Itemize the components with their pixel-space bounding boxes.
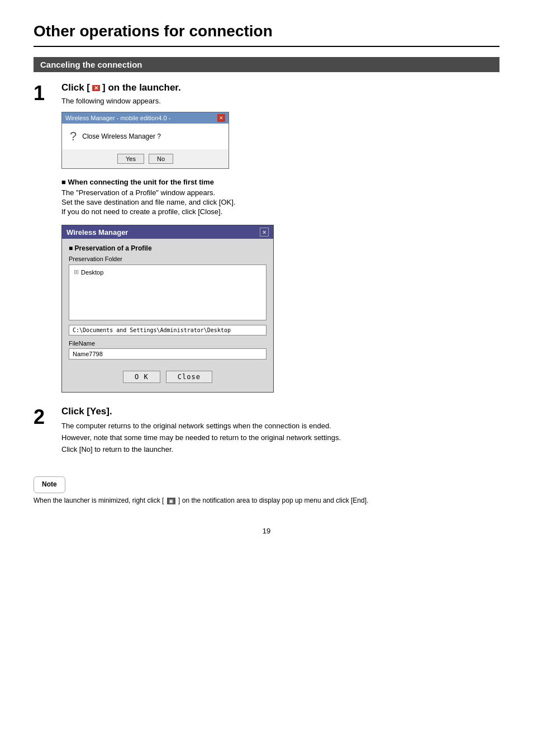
note-text-pre: When the launcher is minimized, right cl… (34, 497, 164, 504)
dialog-small-message: Close Wireless Manager ? (82, 133, 161, 140)
page-number: 19 (34, 527, 499, 535)
dialog-wireless-manager: Wireless Manager ✕ ■ Preservation of a P… (61, 225, 274, 393)
step-1-number: 1 (34, 82, 61, 103)
step-2-line-2: However, note that some time may be need… (61, 432, 499, 444)
dialog-small-close-button[interactable]: ✕ (217, 114, 225, 122)
section-header: Canceling the connection (34, 57, 499, 72)
ok-button[interactable]: O K (123, 371, 160, 383)
title-divider (34, 46, 499, 47)
step-1-heading-pre: Click [ (61, 82, 90, 93)
step-2-line-1: The computer returns to the original net… (61, 420, 499, 432)
step-1-heading: Click [ ✕ ] on the launcher. (61, 82, 499, 93)
note-text: When the launcher is minimized, right cl… (34, 497, 499, 504)
note-label: Note (42, 480, 57, 488)
dialog-large-close-button[interactable]: ✕ (260, 228, 269, 237)
note-section: Note When the launcher is minimized, rig… (34, 466, 499, 504)
no-button[interactable]: No (149, 154, 173, 164)
sub-text-2: Set the save destination and file name, … (61, 198, 499, 206)
launcher-icon: ▣ (167, 498, 175, 504)
note-box: Note (34, 476, 65, 493)
dialog-large-buttons: O K Close (69, 366, 266, 386)
sub-section-first-time: When connecting the unit for the first t… (61, 178, 499, 216)
sub-text-1: The "Preservation of a Profile" window a… (61, 188, 499, 197)
folder-name: Desktop (81, 269, 103, 276)
step-2-container: 2 Click [Yes]. The computer returns to t… (34, 406, 499, 455)
dialog-large-body: ■ Preservation of a Profile Preservation… (62, 239, 273, 392)
sub-text-3: If you do not need to create a profile, … (61, 207, 499, 216)
yes-button[interactable]: Yes (117, 154, 144, 164)
folder-tree: ⊞ Desktop (69, 264, 266, 320)
x-icon: ✕ (92, 85, 100, 91)
filename-input[interactable]: Name7798 (69, 348, 266, 360)
note-text-mid: ] on the notification area to display po… (178, 497, 368, 504)
path-display: C:\Documents and Settings\Administrator\… (69, 325, 266, 336)
close-button[interactable]: Close (166, 371, 212, 383)
folder-item-desktop: ⊞ Desktop (74, 268, 261, 276)
step-1-content: Click [ ✕ ] on the launcher. The followi… (61, 82, 499, 393)
dialog-small-title: Wireless Manager - mobile edition4.0 - (65, 115, 170, 121)
dialog-small-body: ? Close Wireless Manager ? (62, 124, 229, 149)
step-2-number: 2 (34, 406, 61, 427)
step-2-heading: Click [Yes]. (61, 406, 499, 417)
dialog-large-title: Wireless Manager (66, 228, 128, 237)
folder-expand-icon: ⊞ (74, 268, 79, 276)
step-2-content: Click [Yes]. The computer returns to the… (61, 406, 499, 455)
preservation-section-label: ■ Preservation of a Profile (69, 244, 266, 252)
dialog-close-confirm: Wireless Manager - mobile edition4.0 - ✕… (61, 112, 229, 169)
preservation-folder-label: Preservation Folder (69, 256, 266, 262)
step-2-line-3: Click [No] to return to the launcher. (61, 444, 499, 456)
dialog-small-buttons: Yes No (62, 149, 229, 168)
step-1-heading-post: ] on the launcher. (102, 82, 181, 93)
step-1-container: 1 Click [ ✕ ] on the launcher. The follo… (34, 82, 499, 393)
step-2-desc: The computer returns to the original net… (61, 420, 499, 455)
question-icon: ? (70, 129, 77, 144)
page-title: Other operations for connection (34, 22, 499, 40)
sub-heading-first-time: When connecting the unit for the first t… (61, 178, 499, 186)
dialog-large-titlebar: Wireless Manager ✕ (62, 225, 273, 239)
dialog-small-titlebar: Wireless Manager - mobile edition4.0 - ✕ (62, 112, 229, 124)
filename-label: FileName (69, 340, 266, 347)
step-1-desc: The following window appears. (61, 97, 499, 105)
